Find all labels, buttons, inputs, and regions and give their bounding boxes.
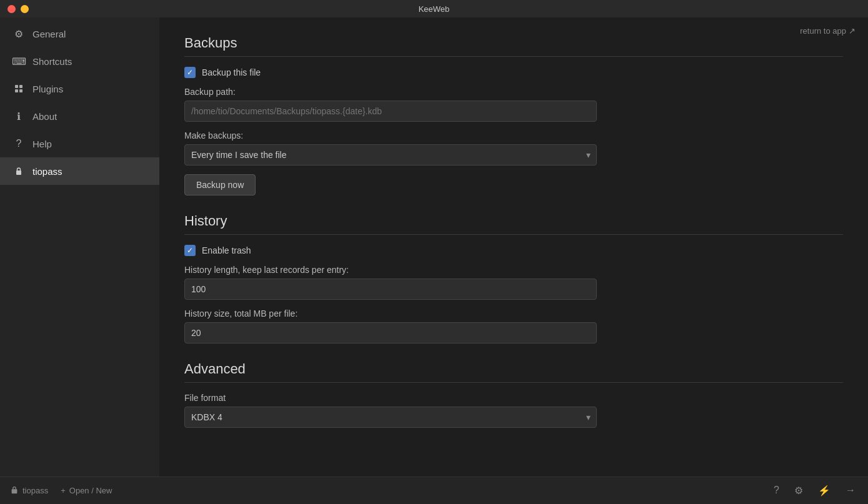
bottom-open-new-item[interactable]: + Open / New bbox=[61, 486, 112, 495]
sidebar-item-plugins[interactable]: Plugins bbox=[0, 75, 159, 102]
sidebar-label-shortcuts: Shortcuts bbox=[32, 56, 72, 67]
app-body: ⚙ General ⌨ Shortcuts Plugins ℹ About ? bbox=[0, 17, 868, 477]
content-area: return to app ↗ Backups Backup this file… bbox=[159, 17, 868, 477]
title-bar: KeeWeb bbox=[0, 0, 868, 17]
enable-trash-label: Enable trash bbox=[202, 245, 251, 255]
bottom-lightning-icon[interactable]: ⚡ bbox=[816, 482, 833, 499]
bottom-help-icon[interactable]: ? bbox=[771, 482, 782, 499]
sidebar-item-help[interactable]: ? Help bbox=[0, 130, 159, 157]
svg-rect-4 bbox=[16, 170, 21, 175]
backup-this-file-row[interactable]: Backup this file bbox=[184, 67, 843, 78]
bottom-settings-icon[interactable]: ⚙ bbox=[792, 482, 806, 499]
history-length-label: History length, keep last records per en… bbox=[184, 265, 843, 275]
backup-path-row: Backup path: bbox=[184, 87, 843, 122]
sidebar-label-general: General bbox=[32, 29, 66, 39]
sidebar-label-about: About bbox=[32, 111, 57, 122]
bottom-tiopass-item[interactable]: tiopass bbox=[10, 485, 48, 496]
bottom-bar-left: tiopass + Open / New bbox=[10, 485, 112, 496]
history-title: History bbox=[184, 213, 843, 235]
bottom-plus-icon: + bbox=[61, 486, 66, 495]
history-length-row: History length, keep last records per en… bbox=[184, 265, 843, 300]
bottom-bar-right: ? ⚙ ⚡ → bbox=[771, 482, 858, 499]
file-format-label: File format bbox=[184, 393, 843, 403]
svg-rect-5 bbox=[12, 489, 17, 493]
bottom-lock-icon bbox=[10, 485, 19, 496]
history-size-input[interactable] bbox=[184, 322, 597, 343]
plugin-icon bbox=[12, 82, 25, 95]
app-title: KeeWeb bbox=[419, 4, 450, 14]
window-controls bbox=[7, 5, 29, 13]
svg-rect-1 bbox=[19, 85, 22, 88]
file-format-row: File format KDBX 4 KDBX 3.1 bbox=[184, 393, 843, 428]
minimize-button[interactable] bbox=[21, 5, 29, 13]
help-icon: ? bbox=[12, 137, 25, 150]
history-length-input[interactable] bbox=[184, 279, 597, 300]
backup-file-checkbox[interactable] bbox=[184, 67, 196, 78]
file-format-select-wrapper: KDBX 4 KDBX 3.1 bbox=[184, 407, 597, 428]
sidebar-label-help: Help bbox=[32, 139, 52, 149]
bottom-exit-icon[interactable]: → bbox=[843, 482, 858, 499]
make-backups-select-wrapper: Every time I save the file Once a day On… bbox=[184, 144, 597, 166]
sidebar-item-shortcuts[interactable]: ⌨ Shortcuts bbox=[0, 47, 159, 75]
return-to-app-label: return to app bbox=[800, 26, 846, 36]
advanced-section: Advanced File format KDBX 4 KDBX 3.1 bbox=[184, 361, 843, 428]
bottom-tiopass-label: tiopass bbox=[22, 486, 48, 495]
bottom-open-new-label: Open / New bbox=[69, 486, 112, 495]
advanced-title: Advanced bbox=[184, 361, 843, 383]
svg-rect-3 bbox=[19, 89, 22, 92]
gear-icon: ⚙ bbox=[12, 27, 25, 40]
enable-trash-checkbox[interactable] bbox=[184, 245, 196, 256]
sidebar: ⚙ General ⌨ Shortcuts Plugins ℹ About ? bbox=[0, 17, 159, 477]
history-section: History Enable trash History length, kee… bbox=[184, 213, 843, 343]
keyboard-icon: ⌨ bbox=[12, 55, 25, 67]
backup-now-button[interactable]: Backup now bbox=[184, 174, 256, 195]
make-backups-select[interactable]: Every time I save the file Once a day On… bbox=[184, 144, 597, 166]
sidebar-item-tiopass[interactable]: tiopass bbox=[0, 157, 159, 185]
return-arrow-icon: ↗ bbox=[849, 26, 856, 36]
file-format-select[interactable]: KDBX 4 KDBX 3.1 bbox=[184, 407, 597, 428]
sidebar-label-tiopass: tiopass bbox=[32, 166, 62, 177]
bottom-bar: tiopass + Open / New ? ⚙ ⚡ → bbox=[0, 477, 868, 504]
backup-path-input[interactable] bbox=[184, 101, 597, 122]
backups-section: Backups Backup this file Backup path: Ma… bbox=[184, 35, 843, 195]
sidebar-label-plugins: Plugins bbox=[32, 84, 63, 94]
enable-trash-row[interactable]: Enable trash bbox=[184, 245, 843, 256]
return-to-app-button[interactable]: return to app ↗ bbox=[800, 26, 856, 36]
make-backups-label: Make backups: bbox=[184, 131, 843, 141]
history-size-row: History size, total MB per file: bbox=[184, 309, 843, 343]
close-button[interactable] bbox=[7, 5, 16, 13]
svg-rect-0 bbox=[15, 85, 18, 88]
lock-icon bbox=[12, 165, 25, 177]
make-backups-row: Make backups: Every time I save the file… bbox=[184, 131, 843, 166]
backups-title: Backups bbox=[184, 35, 843, 57]
sidebar-item-general[interactable]: ⚙ General bbox=[0, 20, 159, 47]
info-icon: ℹ bbox=[12, 110, 25, 122]
history-size-label: History size, total MB per file: bbox=[184, 309, 843, 319]
backup-file-label: Backup this file bbox=[202, 67, 261, 77]
backup-path-label: Backup path: bbox=[184, 87, 843, 97]
svg-rect-2 bbox=[15, 89, 18, 92]
sidebar-item-about[interactable]: ℹ About bbox=[0, 102, 159, 130]
